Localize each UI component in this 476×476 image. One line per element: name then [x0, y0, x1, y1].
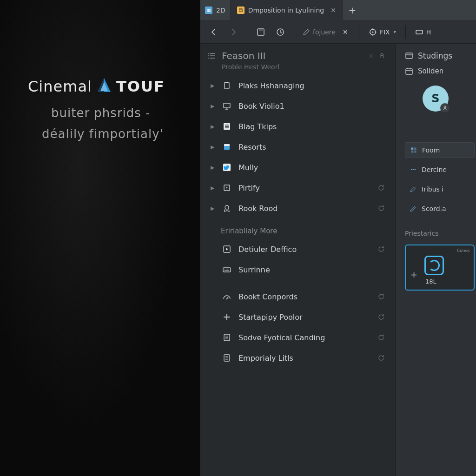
card-plus-icon[interactable]: + [410, 270, 417, 279]
tree-item[interactable]: Bookt Conpords [200, 286, 395, 307]
user-avatar[interactable]: S [423, 86, 449, 112]
plus-icon [222, 312, 232, 322]
expand-arrow-icon[interactable]: ▶ [211, 144, 217, 150]
sidebar-header: Feason III R [200, 44, 395, 62]
tree-item-label: Blag Tkips [238, 122, 377, 131]
pencil-icon [410, 185, 417, 193]
sidebar-section-more: Eririablialy More [200, 218, 395, 239]
history-icon[interactable] [271, 24, 289, 40]
inspector-card[interactable]: Conec + 18L [405, 245, 475, 291]
sidebar-subtitle: Proble Hest Weorl [200, 62, 395, 75]
svg-rect-30 [411, 147, 413, 150]
expand-arrow-icon[interactable]: ▶ [211, 124, 217, 130]
tree-item[interactable]: Detiuler Deffico [200, 239, 395, 259]
h-label: H [426, 28, 431, 36]
svg-rect-28 [406, 69, 412, 74]
tree-item-label: Sodve Fyotical Canding [238, 333, 377, 342]
inspector-button[interactable]: Iribus i [405, 181, 475, 197]
refresh-icon[interactable] [377, 184, 388, 192]
project-sidebar[interactable]: Feason III R Proble Hest Weorl ▶Plaks Hs… [200, 44, 396, 476]
tree-item-label: Detiuler Deffico [238, 245, 377, 254]
expand-arrow-icon[interactable]: ▶ [211, 185, 217, 191]
panel-icon [405, 52, 413, 60]
toolbar: fojuere ✕ FIX ▾ H [200, 20, 476, 44]
svg-point-29 [444, 106, 446, 108]
avatar-letter: S [431, 92, 439, 105]
doc-icon [222, 353, 232, 363]
brand-word-left: Cinemal [28, 78, 92, 95]
expand-arrow-icon[interactable]: ▶ [211, 205, 217, 212]
box-blue-icon [222, 142, 232, 152]
sidebar-r-button[interactable]: R [377, 50, 388, 61]
inspector-button[interactable]: Dercine [405, 162, 475, 178]
h-button[interactable]: H [410, 24, 436, 40]
tree-item[interactable]: ▶Plaks Hshanaging [200, 75, 395, 96]
svg-point-20 [226, 187, 228, 189]
keyboard-icon [222, 264, 232, 275]
twitter-icon [222, 162, 232, 172]
svg-rect-4 [259, 29, 263, 31]
edit-placeholder: fojuere [313, 28, 336, 36]
avatar-badge-icon [440, 103, 450, 112]
tree-item[interactable]: Surrinne [200, 259, 395, 280]
brand-word-right: TOUF [116, 78, 165, 95]
expand-arrow-icon[interactable]: ▶ [211, 165, 217, 171]
tab-close-icon[interactable]: ✕ [331, 7, 336, 14]
svg-rect-8 [416, 30, 423, 34]
svg-point-10 [208, 55, 209, 56]
pencil-icon [303, 28, 310, 36]
tree-item[interactable]: ▶Resorts [200, 137, 395, 157]
save-icon[interactable] [252, 24, 270, 40]
card-corner-label: Conec [457, 248, 470, 253]
tree-item[interactable]: Startapipy Poolor [200, 307, 395, 327]
list-icon [222, 121, 232, 132]
fix-dropdown[interactable]: FIX ▾ [364, 24, 401, 40]
svg-point-11 [208, 58, 209, 59]
tree-item[interactable]: ▶Book Violio1 [200, 96, 395, 116]
inspector-button[interactable]: Scord.a [405, 201, 475, 217]
tree-item[interactable]: ▶Mully [200, 157, 395, 178]
expand-arrow-icon[interactable]: ▶ [211, 103, 217, 109]
inspector-row-soliden[interactable]: Soliden [402, 65, 476, 82]
tab-add-button[interactable]: + [343, 0, 362, 20]
svg-point-21 [225, 205, 229, 209]
tree-item[interactable]: ▶Pirtify [200, 178, 395, 198]
splash-tagline-1: buiter phsrids - [51, 106, 151, 120]
refresh-icon[interactable] [377, 245, 388, 253]
doc-icon [222, 332, 232, 343]
refresh-icon[interactable] [377, 313, 388, 321]
tree-item[interactable]: ▶Rook Rood [200, 198, 395, 218]
app-window: ▦ 2D ▤ Dmposition in Lyulining ✕ + [200, 0, 476, 476]
inspector-button[interactable]: Foom [405, 142, 475, 158]
edit-field[interactable]: fojuere ✕ [299, 24, 354, 40]
tree-item-label: Surrinne [238, 265, 377, 274]
expand-arrow-icon[interactable]: ▶ [211, 83, 217, 89]
refresh-icon[interactable] [377, 293, 388, 300]
nav-forward-button[interactable] [225, 24, 242, 40]
refresh-icon[interactable] [377, 334, 388, 341]
svg-rect-17 [224, 144, 230, 146]
svg-point-7 [372, 31, 373, 33]
sidebar-collapse-icon[interactable] [365, 50, 377, 61]
edit-clear-icon[interactable]: ✕ [340, 28, 350, 36]
svg-point-24 [226, 298, 227, 299]
tree-item[interactable]: ▶Blag Tkips [200, 116, 395, 137]
tab-2d[interactable]: ▦ 2D [200, 0, 231, 20]
clipboard-icon [222, 80, 232, 91]
badge-icon [222, 203, 232, 213]
tree-item-label: Bookt Conpords [238, 292, 377, 301]
refresh-icon[interactable] [377, 205, 388, 212]
inspector-title: Studings [418, 51, 452, 60]
square-icon [222, 183, 232, 193]
refresh-icon[interactable] [377, 354, 388, 362]
nav-back-button[interactable] [205, 24, 223, 40]
dots-icon [410, 166, 417, 173]
tree-item[interactable]: Emporialy Litls [200, 348, 395, 368]
tab-active[interactable]: ▤ Dmposition in Lyulining ✕ [231, 0, 343, 20]
tree-item[interactable]: Sodve Fyotical Canding [200, 327, 395, 348]
splash-tagline-2: déalily fimportialy' [42, 127, 164, 141]
play-icon [222, 244, 232, 254]
svg-rect-13 [225, 82, 228, 83]
inspector-button-label: Dercine [422, 166, 447, 173]
tab-doc-icon: ▤ [237, 7, 245, 14]
